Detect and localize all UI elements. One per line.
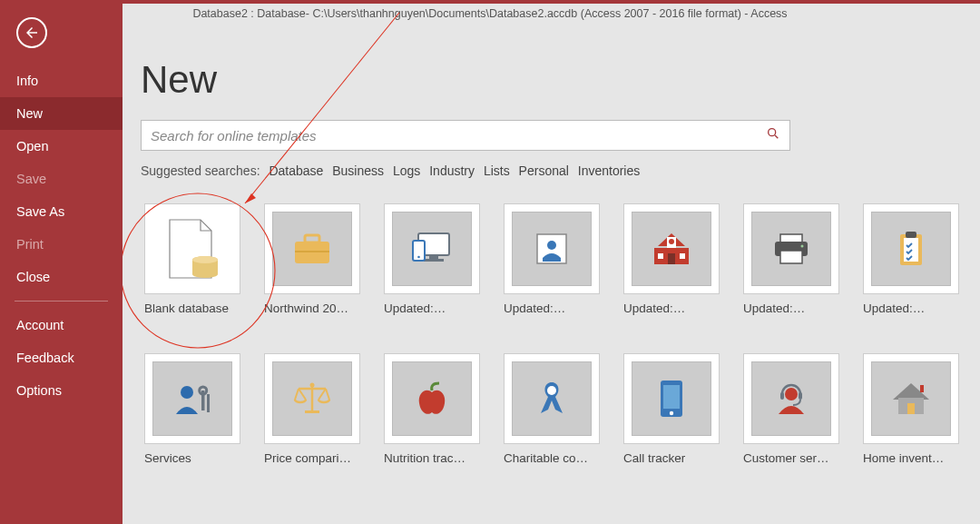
svg-rect-45 <box>799 392 802 400</box>
svg-point-2 <box>192 256 218 263</box>
template-thumb <box>863 203 959 294</box>
search-icon[interactable] <box>766 126 780 144</box>
house-icon <box>889 380 933 418</box>
template-contact[interactable]: Updated:… <box>500 203 603 315</box>
template-call-tracker[interactable]: Call tracker <box>620 353 723 465</box>
template-thumb <box>504 203 600 294</box>
suggest-business[interactable]: Business <box>332 163 384 178</box>
template-thumb <box>264 353 360 444</box>
template-home-inventory[interactable]: Home invent… <box>859 353 963 465</box>
nav-feedback[interactable]: Feedback <box>0 341 122 374</box>
suggest-database[interactable]: Database <box>269 163 323 178</box>
template-devices[interactable]: Updated:… <box>380 203 484 315</box>
scales-icon <box>289 380 335 418</box>
suggest-logs[interactable]: Logs <box>393 163 420 178</box>
template-label: Updated:… <box>859 302 963 315</box>
svg-rect-37 <box>305 410 319 413</box>
template-thumb <box>144 203 240 294</box>
school-icon <box>649 230 694 268</box>
template-nutrition[interactable]: Nutrition trac… <box>380 353 484 465</box>
template-thumb <box>863 353 959 444</box>
nav-list: Info New Open Save Save As Print Close <box>0 64 122 293</box>
svg-rect-7 <box>429 255 438 259</box>
blank-db-icon <box>156 213 229 285</box>
template-label: Updated:… <box>620 302 723 315</box>
svg-rect-26 <box>906 232 916 238</box>
svg-line-35 <box>318 389 326 400</box>
printer-icon <box>769 231 813 267</box>
template-charitable[interactable]: Charitable co… <box>500 353 603 465</box>
svg-point-43 <box>785 388 798 400</box>
search-box[interactable] <box>141 120 790 151</box>
svg-point-23 <box>801 245 804 248</box>
phone-icon <box>656 378 687 420</box>
svg-rect-18 <box>680 253 685 259</box>
svg-rect-19 <box>668 253 675 264</box>
template-thumb <box>384 203 480 294</box>
svg-rect-8 <box>424 259 444 262</box>
template-blank-database[interactable]: Blank database <box>141 203 244 315</box>
template-clipboard[interactable]: Updated:… <box>859 203 963 315</box>
svg-point-39 <box>547 386 556 395</box>
nav-info[interactable]: Info <box>0 64 122 97</box>
suggest-personal[interactable]: Personal <box>519 163 569 178</box>
back-button[interactable] <box>16 17 47 48</box>
suggested-searches: Suggested searches: Database Business Lo… <box>141 163 962 178</box>
nav-close[interactable]: Close <box>0 261 122 293</box>
nav-list-2: Account Feedback Options <box>0 309 122 407</box>
svg-line-34 <box>299 389 306 400</box>
nav-save-as[interactable]: Save As <box>0 195 122 228</box>
template-label: Price compari… <box>260 451 364 465</box>
sidebar: Info New Open Save Save As Print Close A… <box>0 4 122 524</box>
template-label: Services <box>141 451 244 465</box>
template-label: Updated:… <box>380 302 484 315</box>
suggest-label: Suggested searches: <box>141 163 260 178</box>
template-thumb <box>743 203 839 294</box>
nav-save: Save <box>0 163 122 195</box>
svg-point-0 <box>769 129 776 136</box>
template-label: Customer ser… <box>740 451 843 465</box>
template-services[interactable]: Services <box>141 353 244 465</box>
svg-rect-49 <box>920 385 924 392</box>
svg-line-36 <box>326 389 329 400</box>
svg-point-38 <box>310 383 315 388</box>
svg-point-12 <box>547 241 556 250</box>
template-thumb <box>264 203 360 294</box>
svg-rect-22 <box>780 251 802 263</box>
nav-divider <box>15 301 108 302</box>
devices-icon <box>409 230 455 268</box>
template-label: Call tracker <box>620 451 723 465</box>
svg-line-33 <box>295 389 299 400</box>
suggest-inventories[interactable]: Inventories <box>578 163 640 178</box>
nav-new[interactable]: New <box>0 97 122 130</box>
template-label: Charitable co… <box>500 451 603 465</box>
nav-open[interactable]: Open <box>0 130 122 163</box>
template-label: Blank database <box>141 302 244 315</box>
suggest-industry[interactable]: Industry <box>429 163 475 178</box>
apple-icon <box>414 380 450 418</box>
nav-options[interactable]: Options <box>0 374 122 407</box>
template-printer[interactable]: Updated:… <box>740 203 843 315</box>
template-label: Updated:… <box>740 302 843 315</box>
svg-rect-30 <box>207 394 210 412</box>
suggest-lists[interactable]: Lists <box>484 163 510 178</box>
template-thumb <box>144 353 240 444</box>
svg-point-27 <box>181 386 193 399</box>
svg-point-16 <box>669 239 674 244</box>
svg-rect-41 <box>663 385 680 409</box>
nav-account[interactable]: Account <box>0 309 122 341</box>
svg-rect-5 <box>295 251 329 252</box>
search-input[interactable] <box>151 128 766 143</box>
template-price-comparison[interactable]: Price compari… <box>260 353 364 465</box>
svg-rect-17 <box>658 253 663 259</box>
user-wrench-icon <box>171 380 214 418</box>
contact-icon <box>532 231 572 267</box>
clipboard-icon <box>893 229 929 269</box>
nav-print: Print <box>0 228 122 261</box>
template-northwind[interactable]: Northwind 20… <box>260 203 364 315</box>
template-label: Northwind 20… <box>260 302 364 315</box>
template-school[interactable]: Updated:… <box>620 203 723 315</box>
template-label: Home invent… <box>859 451 963 465</box>
template-customer-service[interactable]: Customer ser… <box>740 353 843 465</box>
template-label: Updated:… <box>500 302 603 315</box>
